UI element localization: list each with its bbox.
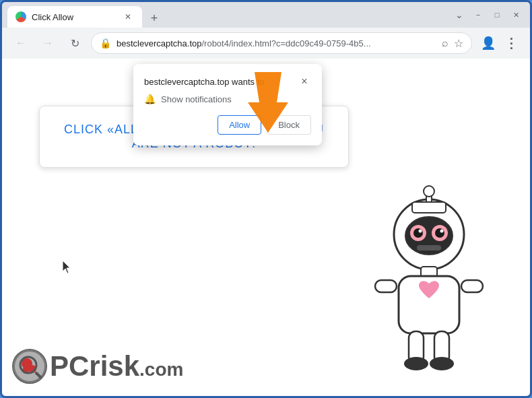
- svg-rect-12: [417, 245, 441, 251]
- address-bar[interactable]: 🔒 bestclevercaptcha.top/robot4/index.htm…: [91, 32, 472, 54]
- arrow-indicator: [238, 69, 298, 139]
- pcrisk-risk-text: risk: [89, 352, 139, 380]
- nav-actions: 👤 ⋮: [477, 32, 522, 54]
- svg-marker-1: [248, 72, 288, 133]
- tab-area: Click Allow ✕ +: [7, 2, 445, 28]
- tab-close-button[interactable]: ✕: [122, 11, 134, 23]
- content-area: bestclevercaptcha.top wants to × 🔔 Show …: [2, 59, 530, 396]
- tab-favicon-icon: [15, 11, 26, 22]
- svg-point-20: [430, 357, 454, 370]
- bell-icon: 🔔: [144, 94, 156, 104]
- arrow-icon: [238, 69, 298, 136]
- chrome-options-icon[interactable]: ⌄: [451, 6, 468, 24]
- svg-rect-21: [412, 202, 446, 213]
- pcrisk-dotcom-text: .com: [139, 359, 183, 380]
- robot-illustration: [362, 180, 510, 383]
- svg-rect-16: [461, 280, 483, 292]
- lock-icon: 🔒: [100, 38, 111, 48]
- minimize-button[interactable]: −: [469, 6, 487, 24]
- url-domain: bestclevercaptcha.top: [117, 38, 201, 48]
- account-icon[interactable]: 👤: [477, 32, 499, 54]
- tab-title: Click Allow: [32, 12, 117, 22]
- svg-point-11: [440, 230, 444, 233]
- back-button[interactable]: ←: [10, 32, 32, 54]
- popup-close-button[interactable]: ×: [298, 75, 311, 88]
- url-path: /robot4/index.html?c=ddc09c49-0759-4b5..…: [201, 38, 370, 48]
- active-tab[interactable]: Click Allow ✕: [7, 6, 142, 28]
- svg-point-10: [419, 230, 422, 233]
- browser-window: Click Allow ✕ + ⌄ − □ ✕ ← → ↻ 🔒 bestclev…: [0, 0, 532, 398]
- menu-icon[interactable]: ⋮: [500, 32, 522, 54]
- refresh-button[interactable]: ↻: [64, 32, 86, 54]
- mouse-cursor: [63, 261, 71, 273]
- svg-point-4: [424, 186, 434, 197]
- svg-point-19: [404, 357, 428, 370]
- svg-marker-22: [63, 261, 70, 273]
- robot-svg: [362, 180, 496, 383]
- window-controls: ⌄ − □ ✕: [451, 6, 525, 24]
- new-tab-button[interactable]: +: [145, 9, 164, 28]
- pcrisk-logo: PCrisk.com: [12, 349, 183, 384]
- svg-rect-15: [375, 280, 397, 292]
- pcrisk-pc-text: PC: [50, 352, 89, 380]
- navigation-bar: ← → ↻ 🔒 bestclevercaptcha.top/robot4/ind…: [2, 28, 530, 59]
- bookmark-icon[interactable]: ☆: [454, 37, 463, 50]
- url-text: bestclevercaptcha.top/robot4/index.html?…: [117, 38, 436, 48]
- svg-point-9: [435, 228, 444, 238]
- popup-permission-text: Show notifications: [161, 94, 232, 104]
- svg-point-8: [413, 228, 423, 238]
- forward-button[interactable]: →: [37, 32, 59, 54]
- close-button[interactable]: ✕: [507, 6, 525, 24]
- maximize-button[interactable]: □: [488, 6, 506, 24]
- title-bar: Click Allow ✕ + ⌄ − □ ✕: [2, 2, 530, 28]
- search-icon: ⌕: [442, 37, 448, 49]
- pcrisk-icon: [12, 349, 47, 384]
